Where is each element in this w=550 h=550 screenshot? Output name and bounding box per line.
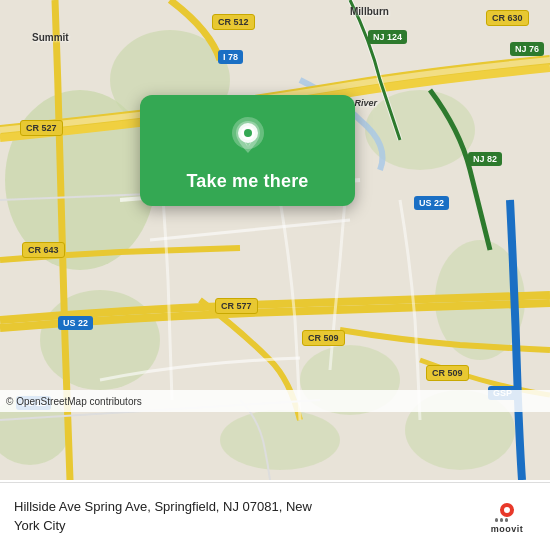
road-badge-us22-lower-left: US 22 bbox=[58, 316, 93, 330]
svg-point-17 bbox=[504, 507, 510, 513]
svg-point-14 bbox=[244, 129, 252, 137]
svg-point-4 bbox=[40, 290, 160, 390]
road-badge-cr512: CR 512 bbox=[212, 14, 255, 30]
take-me-there-button[interactable]: Take me there bbox=[186, 171, 308, 192]
place-label-summit: Summit bbox=[32, 32, 69, 43]
address-text: Hillside Ave Spring Ave, Springfield, NJ… bbox=[14, 498, 312, 534]
moovit-icon bbox=[489, 500, 525, 524]
road-badge-us22-right: US 22 bbox=[414, 196, 449, 210]
road-badge-nj82: NJ 82 bbox=[468, 152, 502, 166]
map-attribution: © OpenStreetMap contributors bbox=[0, 390, 550, 412]
road-badge-i78: I 78 bbox=[218, 50, 243, 64]
road-badge-nj76: NJ 76 bbox=[510, 42, 544, 56]
road-badge-cr509b: CR 509 bbox=[426, 365, 469, 381]
road-badge-cr527: CR 527 bbox=[20, 120, 63, 136]
road-badge-cr630: CR 630 bbox=[486, 10, 529, 26]
map-container: CR 512 I 78 NJ 124 CR 527 NJ 82 US 22 CR… bbox=[0, 0, 550, 480]
bottom-bar: Hillside Ave Spring Ave, Springfield, NJ… bbox=[0, 482, 550, 550]
svg-point-9 bbox=[220, 410, 340, 470]
road-badge-cr643: CR 643 bbox=[22, 242, 65, 258]
address-line1: Hillside Ave Spring Ave, Springfield, NJ… bbox=[14, 499, 312, 514]
attribution-text: © OpenStreetMap contributors bbox=[6, 396, 142, 407]
road-badge-cr509a: CR 509 bbox=[302, 330, 345, 346]
svg-rect-20 bbox=[505, 518, 508, 522]
moovit-logo: moovit bbox=[478, 500, 536, 534]
address-line2: York City bbox=[14, 518, 66, 533]
svg-rect-18 bbox=[495, 518, 498, 522]
moovit-label: moovit bbox=[491, 524, 524, 534]
location-card[interactable]: Take me there bbox=[140, 95, 355, 206]
svg-rect-19 bbox=[500, 518, 503, 522]
road-badge-nj124: NJ 124 bbox=[368, 30, 407, 44]
place-label-millburn: Millburn bbox=[350, 6, 389, 17]
pin-icon bbox=[224, 113, 272, 161]
road-badge-cr577: CR 577 bbox=[215, 298, 258, 314]
